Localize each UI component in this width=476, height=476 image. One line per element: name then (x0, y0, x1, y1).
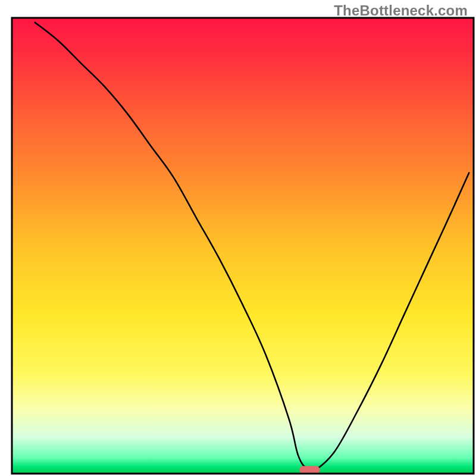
plot-svg (0, 0, 476, 476)
optimal-marker (300, 466, 320, 474)
watermark-text: TheBottleneck.com (334, 2, 468, 19)
bottleneck-chart: TheBottleneck.com (0, 0, 476, 476)
gradient-background (12, 18, 474, 474)
